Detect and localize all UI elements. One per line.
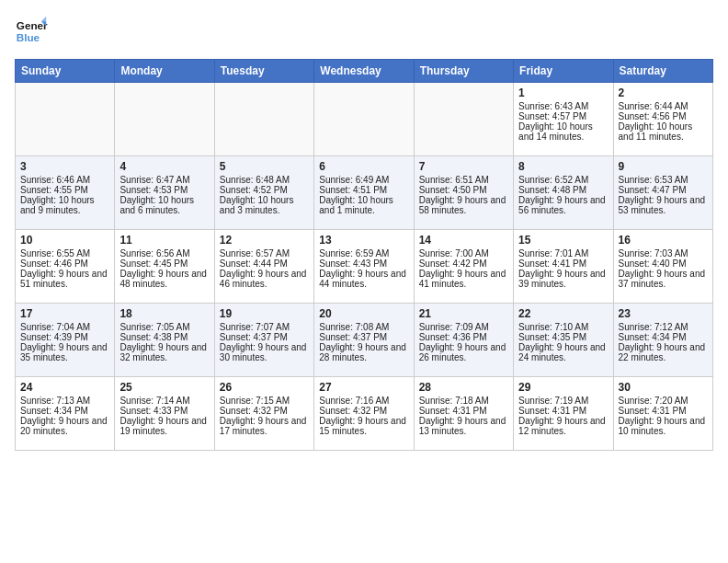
calendar-cell: 7Sunrise: 6:51 AMSunset: 4:50 PMDaylight… <box>414 156 513 230</box>
calendar-cell: 9Sunrise: 6:53 AMSunset: 4:47 PMDaylight… <box>613 156 712 230</box>
sunset-text: Sunset: 4:34 PM <box>20 406 109 416</box>
day-number: 15 <box>518 234 608 247</box>
day-number: 9 <box>619 160 708 173</box>
calendar-week-row: 10Sunrise: 6:55 AMSunset: 4:46 PMDayligh… <box>16 230 713 304</box>
calendar-cell: 18Sunrise: 7:05 AMSunset: 4:38 PMDayligh… <box>115 304 214 377</box>
sunset-text: Sunset: 4:53 PM <box>119 185 209 195</box>
daylight-text: Daylight: 9 hours and 53 minutes. <box>619 195 708 215</box>
calendar-cell: 27Sunrise: 7:16 AMSunset: 4:32 PMDayligh… <box>314 377 414 451</box>
day-number: 1 <box>518 86 608 99</box>
sunrise-text: Sunrise: 7:18 AM <box>419 396 508 406</box>
calendar-cell: 12Sunrise: 6:57 AMSunset: 4:44 PMDayligh… <box>214 230 313 304</box>
sunrise-text: Sunrise: 6:53 AM <box>619 175 708 185</box>
day-number: 22 <box>518 307 608 320</box>
sunset-text: Sunset: 4:31 PM <box>419 406 508 416</box>
weekday-header-row: SundayMondayTuesdayWednesdayThursdayFrid… <box>16 60 713 83</box>
calendar-cell <box>16 83 115 156</box>
daylight-text: Daylight: 9 hours and 26 minutes. <box>419 342 508 362</box>
day-number: 3 <box>20 160 109 173</box>
weekday-header-wednesday: Wednesday <box>314 60 414 83</box>
day-number: 20 <box>319 307 408 320</box>
weekday-header-sunday: Sunday <box>16 60 115 83</box>
daylight-text: Daylight: 9 hours and 51 minutes. <box>20 269 109 289</box>
daylight-text: Daylight: 9 hours and 24 minutes. <box>518 342 608 362</box>
daylight-text: Daylight: 9 hours and 17 minutes. <box>220 416 309 436</box>
sunset-text: Sunset: 4:32 PM <box>319 406 408 416</box>
day-number: 4 <box>119 160 209 173</box>
daylight-text: Daylight: 9 hours and 58 minutes. <box>419 195 508 215</box>
sunrise-text: Sunrise: 6:48 AM <box>220 175 309 185</box>
calendar-week-row: 17Sunrise: 7:04 AMSunset: 4:39 PMDayligh… <box>16 304 713 377</box>
weekday-header-friday: Friday <box>514 60 613 83</box>
calendar-table: SundayMondayTuesdayWednesdayThursdayFrid… <box>15 59 713 451</box>
sunset-text: Sunset: 4:35 PM <box>518 332 608 342</box>
daylight-text: Daylight: 10 hours and 6 minutes. <box>119 195 209 215</box>
sunset-text: Sunset: 4:37 PM <box>220 332 309 342</box>
daylight-text: Daylight: 10 hours and 11 minutes. <box>619 121 708 142</box>
sunset-text: Sunset: 4:46 PM <box>20 259 109 269</box>
sunrise-text: Sunrise: 7:03 AM <box>619 248 708 259</box>
sunrise-text: Sunrise: 7:05 AM <box>119 322 209 332</box>
daylight-text: Daylight: 9 hours and 10 minutes. <box>619 416 708 436</box>
daylight-text: Daylight: 9 hours and 41 minutes. <box>419 269 508 289</box>
sunset-text: Sunset: 4:50 PM <box>419 185 508 195</box>
daylight-text: Daylight: 9 hours and 48 minutes. <box>119 269 209 289</box>
day-number: 5 <box>220 160 309 173</box>
calendar-cell: 23Sunrise: 7:12 AMSunset: 4:34 PMDayligh… <box>613 304 712 377</box>
daylight-text: Daylight: 9 hours and 35 minutes. <box>20 342 109 362</box>
sunset-text: Sunset: 4:55 PM <box>20 185 109 195</box>
sunset-text: Sunset: 4:57 PM <box>518 111 608 121</box>
day-number: 13 <box>319 234 408 247</box>
calendar-cell <box>115 83 214 156</box>
day-number: 21 <box>419 307 508 320</box>
sunset-text: Sunset: 4:44 PM <box>220 259 309 269</box>
sunrise-text: Sunrise: 6:47 AM <box>119 175 209 185</box>
sunrise-text: Sunrise: 6:52 AM <box>518 175 608 185</box>
sunrise-text: Sunrise: 7:13 AM <box>20 396 109 406</box>
calendar-cell <box>314 83 414 156</box>
sunrise-text: Sunrise: 6:56 AM <box>119 248 209 259</box>
daylight-text: Daylight: 9 hours and 32 minutes. <box>119 342 209 362</box>
daylight-text: Daylight: 10 hours and 1 minute. <box>319 195 408 215</box>
calendar-cell: 2Sunrise: 6:44 AMSunset: 4:56 PMDaylight… <box>613 83 712 156</box>
page-header: General Blue <box>15 15 713 48</box>
calendar-header: SundayMondayTuesdayWednesdayThursdayFrid… <box>16 60 713 83</box>
daylight-text: Daylight: 9 hours and 12 minutes. <box>518 416 608 436</box>
sunrise-text: Sunrise: 7:01 AM <box>518 248 608 259</box>
calendar-cell: 28Sunrise: 7:18 AMSunset: 4:31 PMDayligh… <box>414 377 513 451</box>
sunrise-text: Sunrise: 7:08 AM <box>319 322 408 332</box>
weekday-header-tuesday: Tuesday <box>214 60 313 83</box>
day-number: 19 <box>220 307 309 320</box>
sunrise-text: Sunrise: 7:10 AM <box>518 322 608 332</box>
day-number: 24 <box>20 381 109 394</box>
sunset-text: Sunset: 4:51 PM <box>319 185 408 195</box>
sunset-text: Sunset: 4:31 PM <box>619 406 708 416</box>
daylight-text: Daylight: 9 hours and 46 minutes. <box>220 269 309 289</box>
sunrise-text: Sunrise: 7:19 AM <box>518 396 608 406</box>
calendar-cell: 15Sunrise: 7:01 AMSunset: 4:41 PMDayligh… <box>514 230 613 304</box>
sunset-text: Sunset: 4:52 PM <box>220 185 309 195</box>
sunrise-text: Sunrise: 7:16 AM <box>319 396 408 406</box>
sunrise-text: Sunrise: 7:00 AM <box>419 248 508 259</box>
sunrise-text: Sunrise: 7:07 AM <box>220 322 309 332</box>
day-number: 29 <box>518 381 608 394</box>
calendar-cell: 16Sunrise: 7:03 AMSunset: 4:40 PMDayligh… <box>613 230 712 304</box>
sunset-text: Sunset: 4:43 PM <box>319 259 408 269</box>
sunrise-text: Sunrise: 6:55 AM <box>20 248 109 259</box>
sunrise-text: Sunrise: 7:20 AM <box>619 396 708 406</box>
daylight-text: Daylight: 9 hours and 56 minutes. <box>518 195 608 215</box>
sunset-text: Sunset: 4:48 PM <box>518 185 608 195</box>
calendar-cell: 17Sunrise: 7:04 AMSunset: 4:39 PMDayligh… <box>16 304 115 377</box>
calendar-cell: 24Sunrise: 7:13 AMSunset: 4:34 PMDayligh… <box>16 377 115 451</box>
sunset-text: Sunset: 4:33 PM <box>119 406 209 416</box>
sunrise-text: Sunrise: 7:04 AM <box>20 322 109 332</box>
day-number: 30 <box>619 381 708 394</box>
calendar-cell: 6Sunrise: 6:49 AMSunset: 4:51 PMDaylight… <box>314 156 414 230</box>
calendar-cell: 25Sunrise: 7:14 AMSunset: 4:33 PMDayligh… <box>115 377 214 451</box>
weekday-header-thursday: Thursday <box>414 60 513 83</box>
day-number: 11 <box>119 234 209 247</box>
calendar-week-row: 1Sunrise: 6:43 AMSunset: 4:57 PMDaylight… <box>16 83 713 156</box>
calendar-cell: 1Sunrise: 6:43 AMSunset: 4:57 PMDaylight… <box>514 83 613 156</box>
day-number: 6 <box>319 160 408 173</box>
sunrise-text: Sunrise: 6:44 AM <box>619 101 708 111</box>
